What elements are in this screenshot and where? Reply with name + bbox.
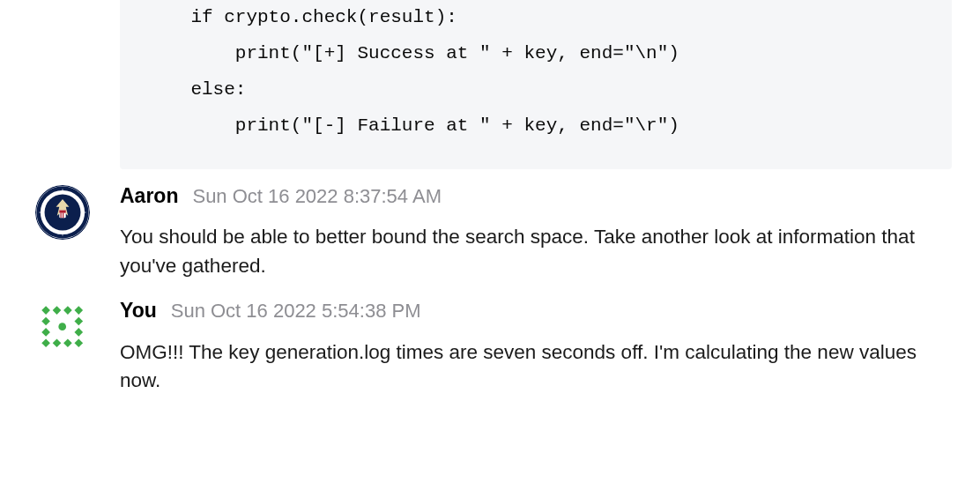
message-timestamp: Sun Oct 16 2022 5:54:38 PM bbox=[171, 297, 421, 325]
code-block: if crypto.check(result): print("[+] Succ… bbox=[120, 0, 952, 169]
code-line: else: bbox=[146, 79, 246, 100]
message-aaron: Aaron Sun Oct 16 2022 8:37:54 AM You sho… bbox=[0, 169, 980, 285]
author-name: You bbox=[120, 296, 157, 325]
message-you: You Sun Oct 16 2022 5:54:38 PM OMG!!! Th… bbox=[0, 284, 980, 399]
author-name: Aaron bbox=[120, 182, 178, 211]
chat-thread: if crypto.check(result): print("[+] Succ… bbox=[0, 0, 980, 399]
message-body: You Sun Oct 16 2022 5:54:38 PM OMG!!! Th… bbox=[120, 296, 952, 396]
svg-rect-4 bbox=[59, 210, 65, 212]
svg-point-24 bbox=[58, 323, 66, 331]
message-timestamp: Sun Oct 16 2022 8:37:54 AM bbox=[192, 182, 442, 211]
svg-rect-6 bbox=[63, 212, 63, 218]
avatar-column bbox=[35, 182, 92, 240]
avatar-column bbox=[35, 296, 92, 354]
message-header: Aaron Sun Oct 16 2022 8:37:54 AM bbox=[120, 182, 952, 211]
code-line: print("[-] Failure at " + key, end="\r") bbox=[146, 115, 679, 136]
message-text: You should be able to better bound the s… bbox=[120, 223, 952, 280]
svg-rect-5 bbox=[61, 212, 62, 218]
message-text: OMG!!! The key generation.log times are … bbox=[120, 338, 952, 396]
code-line: print("[+] Success at " + key, end="\n") bbox=[146, 43, 679, 63]
nsa-seal-avatar-icon bbox=[35, 185, 90, 240]
identicon-avatar-icon bbox=[35, 300, 90, 354]
message-header: You Sun Oct 16 2022 5:54:38 PM bbox=[120, 296, 952, 325]
code-line: if crypto.check(result): bbox=[146, 7, 457, 27]
message-body: Aaron Sun Oct 16 2022 8:37:54 AM You sho… bbox=[120, 182, 952, 281]
